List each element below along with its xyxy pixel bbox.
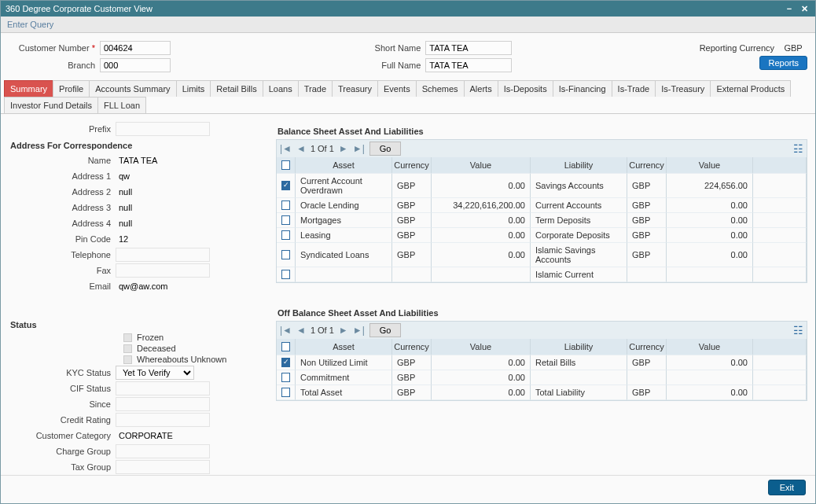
cif-input[interactable] bbox=[116, 381, 210, 395]
cell-liability bbox=[531, 370, 627, 385]
row-checkbox[interactable] bbox=[281, 358, 290, 367]
tab-accounts-summary[interactable]: Accounts Summary bbox=[89, 80, 176, 97]
kyc-select[interactable]: Yet To Verify bbox=[116, 366, 194, 380]
cell-currency bbox=[392, 267, 432, 282]
first-page-icon[interactable]: |◄ bbox=[280, 325, 292, 336]
address3-input[interactable] bbox=[116, 200, 210, 215]
col-asset: Asset bbox=[296, 157, 392, 174]
table-row[interactable]: Current Account OverdrawnGBP0.00Savings … bbox=[277, 174, 807, 198]
reports-button[interactable]: Reports bbox=[759, 56, 807, 70]
address4-input[interactable] bbox=[116, 216, 210, 230]
tab-summary[interactable]: Summary bbox=[4, 80, 53, 97]
grid1-pager: |◄ ◄ 1 Of 1 ► ►| Go ☷ bbox=[276, 139, 807, 157]
grid1-go-button[interactable]: Go bbox=[369, 142, 402, 156]
tab-treasury[interactable]: Treasury bbox=[332, 80, 378, 97]
cell-value2: 0.00 bbox=[667, 355, 753, 370]
email-input[interactable] bbox=[116, 279, 210, 293]
deceased-checkbox[interactable] bbox=[123, 344, 132, 353]
table-row[interactable]: Syndicated LoansGBP0.00Islamic Savings A… bbox=[277, 243, 807, 267]
table-row[interactable]: MortgagesGBP0.00Term DepositsGBP0.00 bbox=[277, 213, 807, 228]
col-value: Value bbox=[432, 339, 531, 355]
prev-page-icon[interactable]: ◄ bbox=[296, 325, 306, 336]
row-checkbox[interactable] bbox=[281, 200, 290, 210]
list-view-icon[interactable]: ☷ bbox=[793, 324, 803, 337]
branch-input[interactable] bbox=[100, 58, 171, 72]
exit-button[interactable]: Exit bbox=[768, 480, 806, 495]
last-page-icon[interactable]: ►| bbox=[353, 325, 365, 336]
cell-value2: 224,656.00 bbox=[667, 174, 753, 198]
tab-profile[interactable]: Profile bbox=[53, 80, 90, 97]
tab-alerts[interactable]: Alerts bbox=[464, 80, 498, 97]
name-input[interactable] bbox=[116, 153, 210, 167]
short-name-input[interactable] bbox=[425, 41, 512, 55]
tax-input[interactable] bbox=[116, 460, 210, 474]
tab-is-treasury[interactable]: Is-Treasury bbox=[655, 80, 711, 97]
tab-limits[interactable]: Limits bbox=[176, 80, 211, 97]
next-page-icon[interactable]: ► bbox=[339, 325, 348, 336]
fax-input[interactable] bbox=[116, 263, 210, 278]
tab-fll-loan[interactable]: FLL Loan bbox=[97, 97, 146, 113]
tab-is-financing[interactable]: Is-Financing bbox=[553, 80, 612, 97]
tab-trade[interactable]: Trade bbox=[298, 80, 333, 97]
customer-number-label: Customer Number * bbox=[9, 43, 95, 53]
name-label: Name bbox=[9, 156, 111, 165]
grid2-pager: |◄ ◄ 1 Of 1 ► ►| Go ☷ bbox=[276, 321, 807, 339]
list-view-icon[interactable]: ☷ bbox=[793, 142, 803, 155]
row-checkbox[interactable] bbox=[281, 250, 290, 259]
grid2-select-all-checkbox[interactable] bbox=[281, 342, 290, 351]
first-page-icon[interactable]: |◄ bbox=[280, 143, 292, 154]
frozen-checkbox[interactable] bbox=[123, 333, 132, 342]
tab-events[interactable]: Events bbox=[377, 80, 417, 97]
table-row[interactable]: Islamic Current bbox=[277, 267, 807, 282]
tab-retail-bills[interactable]: Retail Bills bbox=[210, 80, 263, 97]
full-name-input[interactable] bbox=[425, 58, 512, 72]
reporting-currency-label: Reporting Currency bbox=[700, 43, 774, 53]
table-row[interactable]: Total AssetGBP0.00Total LiabilityGBP0.00 bbox=[277, 385, 807, 400]
prev-page-icon[interactable]: ◄ bbox=[296, 143, 306, 154]
enter-query-link[interactable]: Enter Query bbox=[7, 20, 53, 29]
category-input[interactable] bbox=[116, 429, 210, 443]
charge-input[interactable] bbox=[116, 444, 210, 458]
grid1-page-text: 1 Of 1 bbox=[311, 144, 334, 153]
row-checkbox[interactable] bbox=[281, 270, 290, 279]
table-row[interactable]: Oracle LendingGBP34,220,616,200.00Curren… bbox=[277, 198, 807, 213]
grid2-go-button[interactable]: Go bbox=[369, 323, 402, 337]
cell-currency2: GBP bbox=[627, 213, 667, 228]
table-row[interactable]: Non Utilized LimitGBP0.00Retail BillsGBP… bbox=[277, 355, 807, 370]
tab-is-deposits[interactable]: Is-Deposits bbox=[498, 80, 553, 97]
whereabouts-checkbox[interactable] bbox=[123, 355, 132, 364]
cell-liability: Corporate Deposits bbox=[531, 228, 627, 243]
frozen-label: Frozen bbox=[137, 333, 164, 342]
telephone-input[interactable] bbox=[116, 248, 210, 262]
col-currency: Currency bbox=[392, 339, 432, 355]
cell-value: 0.00 bbox=[432, 385, 531, 400]
col-value2: Value bbox=[667, 339, 753, 355]
row-checkbox[interactable] bbox=[281, 230, 290, 240]
table-row[interactable]: CommitmentGBP0.00 bbox=[277, 370, 807, 385]
close-icon[interactable]: ✕ bbox=[798, 1, 810, 17]
cell-currency2 bbox=[627, 370, 667, 385]
pincode-input[interactable] bbox=[116, 232, 210, 246]
prefix-input[interactable] bbox=[116, 122, 210, 136]
tab-investor-fund-details[interactable]: Investor Fund Details bbox=[4, 97, 98, 113]
row-checkbox[interactable] bbox=[281, 181, 290, 190]
tab-is-trade[interactable]: Is-Trade bbox=[612, 80, 656, 97]
cell-value: 0.00 bbox=[432, 174, 531, 198]
address1-input[interactable] bbox=[116, 169, 210, 183]
grid1-select-all-checkbox[interactable] bbox=[281, 160, 290, 170]
credit-input[interactable] bbox=[116, 413, 210, 427]
tab-loans[interactable]: Loans bbox=[263, 80, 299, 97]
customer-number-input[interactable] bbox=[100, 41, 171, 55]
next-page-icon[interactable]: ► bbox=[339, 143, 348, 154]
last-page-icon[interactable]: ►| bbox=[353, 143, 365, 154]
tab-external-products[interactable]: External Products bbox=[710, 80, 791, 97]
cell-currency: GBP bbox=[392, 370, 432, 385]
row-checkbox[interactable] bbox=[281, 373, 290, 382]
tab-schemes[interactable]: Schemes bbox=[416, 80, 465, 97]
minimize-icon[interactable]: − bbox=[783, 1, 796, 17]
address2-input[interactable] bbox=[116, 185, 210, 199]
table-row[interactable]: LeasingGBP0.00Corporate DepositsGBP0.00 bbox=[277, 228, 807, 243]
since-input[interactable] bbox=[116, 397, 210, 411]
row-checkbox[interactable] bbox=[281, 215, 290, 225]
row-checkbox[interactable] bbox=[281, 388, 290, 397]
